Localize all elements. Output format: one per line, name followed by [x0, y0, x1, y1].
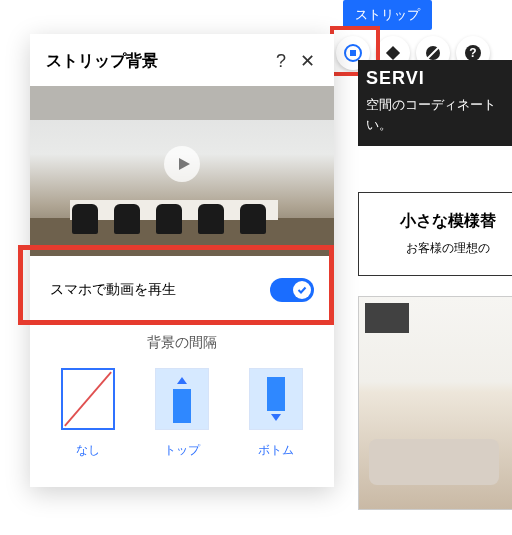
- spacing-option-label: ボトム: [241, 442, 311, 459]
- svg-rect-2: [386, 46, 400, 60]
- panel-title: ストリップ背景: [46, 51, 268, 72]
- arrow-up-icon: [271, 414, 281, 421]
- spacing-option-label: なし: [53, 442, 123, 459]
- toggle-knob: [293, 281, 311, 299]
- arrow-down-icon: [177, 377, 187, 384]
- play-button[interactable]: [164, 146, 200, 182]
- mobile-video-toggle-label: スマホで動画を再生: [50, 281, 270, 299]
- hero-banner: SERVI 空間のコーディネート い。: [358, 60, 512, 146]
- hero-subtitle-line1: 空間のコーディネート: [366, 95, 512, 115]
- spacing-option-top[interactable]: トップ: [147, 368, 217, 459]
- panel-close-button[interactable]: ✕: [294, 50, 320, 72]
- panel-header: ストリップ背景 ? ✕: [30, 34, 334, 86]
- hero-subtitle-line2: い。: [366, 115, 512, 135]
- strip-context-label: ストリップ: [343, 0, 432, 30]
- feature-subtitle: お客様の理想の: [367, 240, 512, 257]
- mobile-video-toggle-row: スマホで動画を再生: [30, 256, 334, 324]
- mobile-video-toggle[interactable]: [270, 278, 314, 302]
- check-icon: [297, 285, 307, 295]
- spacing-option-bottom[interactable]: ボトム: [241, 368, 311, 459]
- room-image: [358, 296, 512, 510]
- panel-help-button[interactable]: ?: [268, 51, 294, 72]
- feature-title: 小さな模様替: [367, 211, 512, 232]
- background-video-preview[interactable]: [30, 86, 334, 256]
- spacing-section-title: 背景の間隔: [30, 324, 334, 368]
- play-icon: [177, 157, 191, 171]
- page-preview-area: SERVI 空間のコーディネート い。 小さな模様替 お客様の理想の: [358, 60, 512, 510]
- strip-background-panel: ストリップ背景 ? ✕ スマホで動画を再生 背景の間隔: [30, 34, 334, 487]
- hero-title: SERVI: [366, 68, 512, 89]
- svg-line-8: [65, 372, 111, 426]
- diamond-icon: [385, 45, 401, 61]
- feature-block: 小さな模様替 お客様の理想の: [358, 192, 512, 276]
- spacing-options: なし トップ ボトム: [30, 368, 334, 487]
- svg-text:?: ?: [469, 46, 476, 60]
- spacing-option-none[interactable]: なし: [53, 368, 123, 459]
- svg-marker-7: [179, 158, 190, 170]
- svg-rect-1: [350, 50, 356, 56]
- none-icon: [63, 370, 113, 428]
- spacing-option-label: トップ: [147, 442, 217, 459]
